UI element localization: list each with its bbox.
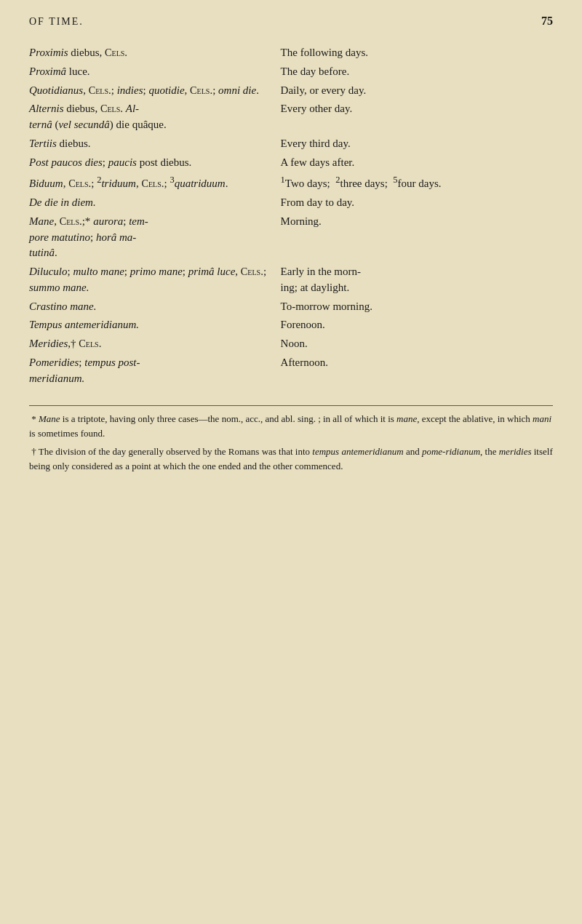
latin-cell: Quotidianus, Cels.; indies; quotidie, Ce… <box>29 81 281 100</box>
english-cell: Morning. <box>281 212 553 263</box>
table-row: Proximis diebus, Cels. The following day… <box>29 44 553 63</box>
page-header: OF TIME. 75 <box>29 15 553 31</box>
latin-cell: Diluculo; multo mane; primo mane; primâ … <box>29 263 281 298</box>
latin-cell: Crastino mane. <box>29 298 281 316</box>
table-row: Diluculo; multo mane; primo mane; primâ … <box>29 263 553 298</box>
english-cell: Every other day. <box>281 100 553 135</box>
table-row: Proximâ luce. The day before. <box>29 63 553 81</box>
english-cell: Forenoon. <box>281 316 553 335</box>
table-row: Post paucos dies; paucis post diebus. A … <box>29 154 553 172</box>
table-row: Alternis diebus, Cels. Al-ternâ (vel sec… <box>29 100 553 135</box>
english-cell: Noon. <box>281 335 553 354</box>
footnote-2: † The division of the day generally obse… <box>29 445 553 474</box>
table-row: Tertiis diebus. Every third day. <box>29 135 553 154</box>
table-row: Tempus antemeridianum. Forenoon. <box>29 316 553 335</box>
main-content-table: Proximis diebus, Cels. The following day… <box>29 44 553 388</box>
english-cell: From day to day. <box>281 194 553 212</box>
page-number: 75 <box>541 15 553 28</box>
english-cell: Every third day. <box>281 135 553 154</box>
latin-cell: Meridies,† Cels. <box>29 335 281 354</box>
english-cell: To-morrow morning. <box>281 298 553 316</box>
table-row: Quotidianus, Cels.; indies; quotidie, Ce… <box>29 81 553 100</box>
english-cell: Afternoon. <box>281 354 553 389</box>
footnote-1: * Mane is a triptote, having only three … <box>29 412 553 441</box>
english-cell: Daily, or every day. <box>281 81 553 100</box>
english-cell: The day before. <box>281 63 553 81</box>
latin-cell: Tertiis diebus. <box>29 135 281 154</box>
latin-cell: Post paucos dies; paucis post diebus. <box>29 154 281 172</box>
english-cell: The following days. <box>281 44 553 63</box>
table-row: Mane, Cels.;* aurora; tem-pore matutino;… <box>29 212 553 263</box>
latin-cell: Mane, Cels.;* aurora; tem-pore matutino;… <box>29 212 281 263</box>
latin-cell: Tempus antemeridianum. <box>29 316 281 335</box>
latin-cell: Pomeridies; tempus post-meridianum. <box>29 354 281 389</box>
latin-cell: Proximis diebus, Cels. <box>29 44 281 63</box>
latin-cell: Proximâ luce. <box>29 63 281 81</box>
english-cell: 1Two days; 2three days; 5four days. <box>281 172 553 194</box>
table-row: Pomeridies; tempus post-meridianum. Afte… <box>29 354 553 389</box>
footnote-section: * Mane is a triptote, having only three … <box>29 405 553 474</box>
table-row: Meridies,† Cels. Noon. <box>29 335 553 354</box>
latin-cell: Alternis diebus, Cels. Al-ternâ (vel sec… <box>29 100 281 135</box>
english-cell: Early in the morn-ing; at daylight. <box>281 263 553 298</box>
table-row: Biduum, Cels.; 2triduum, Cels.; 3quatrid… <box>29 172 553 194</box>
table-row: De die in diem. From day to day. <box>29 194 553 212</box>
table-row: Crastino mane. To-morrow morning. <box>29 298 553 316</box>
english-cell: A few days after. <box>281 154 553 172</box>
latin-cell: Biduum, Cels.; 2triduum, Cels.; 3quatrid… <box>29 172 281 194</box>
latin-cell: De die in diem. <box>29 194 281 212</box>
header-title: OF TIME. <box>29 16 84 28</box>
